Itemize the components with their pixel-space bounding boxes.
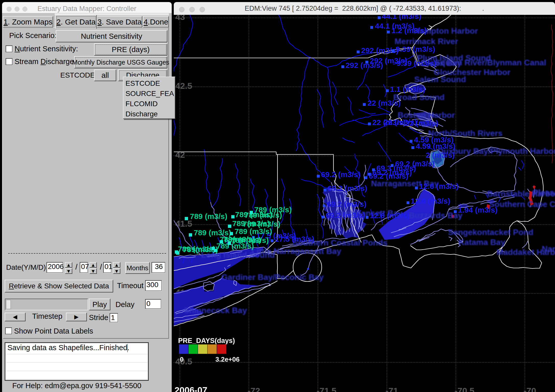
svg-text:-70.5: -70.5 — [455, 386, 475, 392]
svg-text:789 (m3/s): 789 (m3/s) — [190, 212, 227, 220]
svg-text:Squam River/Blynman Canal: Squam River/Blynman Canal — [435, 58, 546, 67]
svg-text:PRE_DAYS(days): PRE_DAYS(days) — [178, 337, 235, 345]
svg-text:0: 0 — [180, 356, 183, 363]
svg-text:17.5 (m3/s): 17.5 (m3/s) — [275, 235, 314, 243]
svg-text:12.6 (m3/s): 12.6 (m3/s) — [411, 197, 450, 205]
svg-text:44.1 (m3/s): 44.1 (m3/s) — [382, 15, 421, 20]
svg-text:-72: -72 — [248, 386, 260, 392]
svg-text:Southern Cape Coastal Ponds: Southern Cape Coastal Ponds — [489, 200, 555, 209]
svg-text:22 (m3/s): 22 (m3/s) — [405, 119, 438, 127]
svg-text:Salem Sound: Salem Sound — [414, 75, 466, 84]
svg-text:69.2 (m3/s): 69.2 (m3/s) — [369, 172, 408, 180]
svg-text:Shinnecock Bay: Shinnecock Bay — [184, 306, 247, 315]
svg-text:9.39 (m3/s): 9.39 (m3/s) — [396, 45, 435, 53]
svg-text:12.6 (m3/s): 12.6 (m3/s) — [419, 182, 459, 190]
svg-text:-70: -70 — [524, 386, 536, 392]
svg-text:3.2e+06: 3.2e+06 — [215, 356, 240, 363]
svg-text:4.59 (m3/s): 4.59 (m3/s) — [416, 142, 455, 150]
svg-text:1.2 (m3/s): 1.2 (m3/s) — [391, 26, 427, 35]
svg-text:-71: -71 — [386, 386, 398, 392]
svg-text:Broad Sound: Broad Sound — [393, 93, 445, 102]
svg-text:69.2 (m3/s): 69.2 (m3/s) — [327, 200, 366, 208]
svg-text:Merrimack River: Merrimack River — [395, 37, 458, 46]
svg-text:42.5: 42.5 — [175, 81, 192, 91]
svg-text:Pleasant Bay: Pleasant Bay — [533, 188, 555, 197]
svg-text:Gardiner Bay/Peconic Bay: Gardiner Bay/Peconic Bay — [221, 273, 323, 282]
svg-text:1.1 (m3/s): 1.1 (m3/s) — [390, 85, 425, 93]
svg-text:69.2 (m3/s): 69.2 (m3/s) — [326, 211, 365, 219]
svg-text:2006-07: 2006-07 — [175, 385, 207, 392]
svg-text:69.2 (m3/s): 69.2 (m3/s) — [328, 184, 367, 192]
svg-text:43: 43 — [175, 15, 185, 22]
svg-text:12.6 (m3/s): 12.6 (m3/s) — [370, 211, 409, 220]
svg-text:40.5: 40.5 — [175, 357, 192, 366]
svg-text:Katama Bay: Katama Bay — [458, 238, 505, 247]
svg-text:1.94 (m3/s): 1.94 (m3/s) — [458, 206, 498, 214]
svg-text:292 (m3/s): 292 (m3/s) — [345, 61, 383, 69]
svg-text:-71.5: -71.5 — [317, 386, 337, 392]
svg-text:Sengekontacket Pond: Sengekontacket Pond — [448, 228, 533, 237]
svg-text:Maddaket Harbor: Maddaket Harbor — [496, 248, 555, 257]
svg-text:789 (m3/s): 789 (m3/s) — [235, 227, 272, 236]
svg-text:22 (m3/s): 22 (m3/s) — [367, 99, 401, 107]
svg-text:69.2 (m3/s): 69.2 (m3/s) — [321, 170, 361, 179]
svg-text:9.39 (m3/s): 9.39 (m3/s) — [397, 59, 436, 67]
svg-text:2 (m3/s): 2 (m3/s) — [426, 151, 455, 159]
svg-text:42: 42 — [175, 150, 185, 160]
